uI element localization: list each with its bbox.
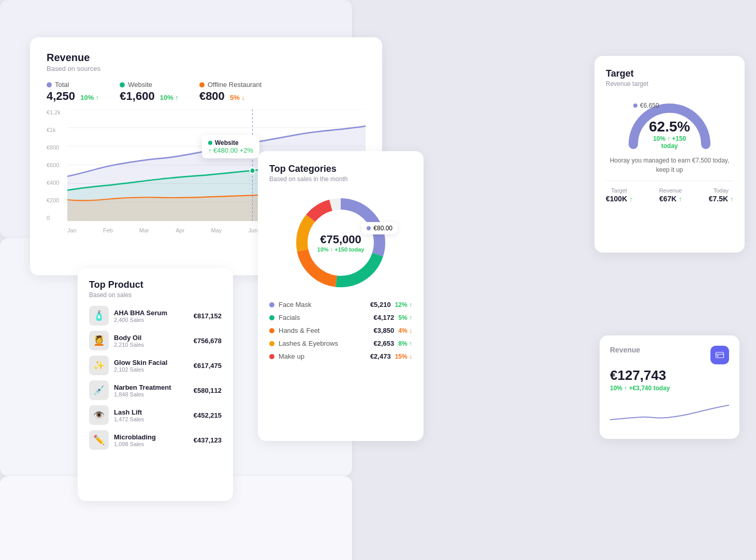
product-title: Top Product bbox=[89, 279, 222, 290]
product-revenue: €617,475 bbox=[194, 362, 222, 370]
target-metric-target: Target €100K ↑ bbox=[606, 187, 632, 203]
rev-small-title: Revenue bbox=[610, 346, 640, 354]
revenue-subtitle: Based on sources bbox=[47, 65, 366, 72]
product-row: 🧴 AHA BHA Serum 2,400 Sales €817,152 bbox=[89, 306, 222, 326]
product-info: Glow Skin Facial 2,102 Sales bbox=[114, 359, 188, 373]
cat-dot bbox=[269, 315, 274, 320]
product-name: Narben Treatment bbox=[114, 384, 188, 391]
product-image: 💉 bbox=[89, 380, 109, 400]
revenue-title: Revenue bbox=[47, 52, 366, 64]
product-revenue: €580,112 bbox=[194, 387, 222, 394]
revenue-metrics: Total 4,250 10% ↑ Website €1,600 10% ↑ O… bbox=[47, 81, 366, 103]
cat-dot bbox=[269, 354, 274, 359]
gauge-chart: €6,650 62.5% 10% ↑ +150 today bbox=[623, 98, 716, 150]
product-image: 🧴 bbox=[89, 306, 109, 326]
gauge-center: 62.5% 10% ↑ +150 today bbox=[646, 119, 693, 150]
category-row: Face Mask €5,210 12% ↑ bbox=[269, 301, 412, 308]
category-row: Facials €4,172 5% ↑ bbox=[269, 314, 412, 321]
category-row: Lashes & Eyebrows €2,653 8% ↑ bbox=[269, 340, 412, 347]
cat-subtitle: Based on sales in the month bbox=[269, 175, 412, 183]
website-dot bbox=[120, 82, 125, 87]
cat-title: Top Categories bbox=[269, 164, 412, 174]
revenue-icon bbox=[710, 346, 729, 364]
cat-pct: 12% ↑ bbox=[395, 301, 412, 308]
gauge-dot bbox=[633, 104, 637, 108]
product-list: 🧴 AHA BHA Serum 2,400 Sales €817,152 💆 B… bbox=[89, 306, 222, 450]
cat-value: €2,473 bbox=[370, 352, 391, 360]
tm-label-0: Target bbox=[606, 187, 632, 194]
target-subtitle: Revenue target bbox=[606, 80, 733, 87]
cat-name: Lashes & Eyebrows bbox=[279, 340, 370, 347]
cat-pct: 8% ↑ bbox=[398, 340, 412, 347]
metric-website: Website €1,600 10% ↑ bbox=[120, 81, 179, 103]
product-sales-count: 2,400 Sales bbox=[114, 317, 188, 323]
cat-name: Face Mask bbox=[279, 301, 366, 308]
cat-dot bbox=[269, 328, 274, 333]
y-axis-labels: €1.2k €1k €800 €600 €400 €200 0 bbox=[47, 109, 65, 221]
product-info: AHA BHA Serum 2,400 Sales bbox=[114, 309, 188, 323]
total-dot bbox=[47, 82, 52, 87]
product-name: Body Oil bbox=[114, 334, 188, 342]
product-sales-count: 1,848 Sales bbox=[114, 391, 188, 397]
product-image: 👁️ bbox=[89, 405, 109, 425]
cat-value: €5,210 bbox=[370, 301, 391, 308]
cat-pct: 5% ↑ bbox=[398, 314, 412, 321]
rev-small-header: Revenue bbox=[610, 346, 729, 364]
product-sales-count: 2,102 Sales bbox=[114, 366, 188, 373]
product-row: 💆 Body Oil 2,210 Sales €756,678 bbox=[89, 331, 222, 350]
product-sales-count: 2,210 Sales bbox=[114, 342, 188, 348]
cat-dot bbox=[269, 341, 274, 346]
product-name: AHA BHA Serum bbox=[114, 309, 188, 317]
category-row: Make up €2,473 15% ↓ bbox=[269, 352, 412, 360]
product-revenue: €452,215 bbox=[194, 411, 222, 419]
rev-small-change: 10% ↑ +€3,740 today bbox=[610, 385, 729, 392]
product-image: 💆 bbox=[89, 331, 109, 350]
cat-value: €4,172 bbox=[374, 314, 395, 321]
product-image: ✏️ bbox=[89, 430, 109, 450]
cat-pct: 15% ↓ bbox=[395, 353, 412, 360]
cat-name: Facials bbox=[279, 314, 370, 321]
product-name: Microblading bbox=[114, 433, 188, 441]
category-row: Hands & Feet €3,850 4% ↓ bbox=[269, 327, 412, 334]
revenue-small-card: Revenue €127,743 10% ↑ +€3,740 today bbox=[600, 335, 739, 439]
product-card: Top Product Based on sales 🧴 AHA BHA Ser… bbox=[78, 268, 233, 501]
cat-name: Make up bbox=[279, 352, 366, 360]
gauge-change: 10% ↑ +150 today bbox=[646, 135, 693, 150]
categories-card: Top Categories Based on sales in the mon… bbox=[258, 151, 424, 441]
rev-small-value: €127,743 bbox=[610, 367, 729, 384]
sparkline bbox=[610, 399, 729, 425]
cat-dot bbox=[269, 302, 274, 307]
product-revenue: €817,152 bbox=[194, 312, 222, 320]
cat-name: Hands & Feet bbox=[279, 327, 370, 334]
product-row: ✏️ Microblading 1,098 Sales €437,123 bbox=[89, 430, 222, 450]
target-metrics: Target €100K ↑ Revenue €67K ↑ Today €7.5… bbox=[606, 181, 733, 203]
product-info: Microblading 1,098 Sales bbox=[114, 433, 188, 447]
product-revenue: €756,678 bbox=[194, 337, 222, 345]
cat-value: €3,850 bbox=[374, 327, 395, 334]
tm-value-1: €67K ↑ bbox=[659, 195, 682, 203]
donut-tooltip-dot bbox=[367, 226, 371, 230]
gauge-label-value: €6,650 bbox=[640, 102, 659, 109]
donut-change: 10% ↑ +150 today bbox=[317, 246, 365, 253]
svg-point-8 bbox=[250, 168, 255, 173]
metric-total: Total 4,250 10% ↑ bbox=[47, 81, 99, 103]
donut-tooltip: €80.00 bbox=[361, 222, 398, 234]
tooltip-dot bbox=[208, 141, 212, 145]
product-row: ✨ Glow Skin Facial 2,102 Sales €617,475 bbox=[89, 356, 222, 375]
target-message: Hooray you managed to earn €7,500 today,… bbox=[606, 156, 733, 174]
cat-pct: 4% ↓ bbox=[398, 327, 412, 334]
donut-chart: €75,000 10% ↑ +150 today €80.00 bbox=[289, 191, 392, 294]
product-image: ✨ bbox=[89, 356, 109, 375]
product-name: Lash Lift bbox=[114, 408, 188, 416]
product-revenue: €437,123 bbox=[194, 436, 222, 444]
cat-value: €2,653 bbox=[374, 340, 395, 347]
tooltip-value-text: ↑ €480.00 +2% bbox=[208, 146, 253, 154]
categories-list: Face Mask €5,210 12% ↑ Facials €4,172 5%… bbox=[269, 301, 412, 360]
donut-tooltip-value: €80.00 bbox=[373, 225, 392, 232]
product-row: 👁️ Lash Lift 1,472 Sales €452,215 bbox=[89, 405, 222, 425]
metric-offline: Offline Restaurant €800 5% ↓ bbox=[199, 81, 262, 103]
donut-center: €75,000 10% ↑ +150 today bbox=[317, 233, 365, 253]
tooltip-label-text: Website bbox=[215, 139, 239, 146]
svg-rect-15 bbox=[716, 352, 724, 358]
target-card: Target Revenue target €6,650 62.5% 10% ↑… bbox=[594, 56, 745, 253]
